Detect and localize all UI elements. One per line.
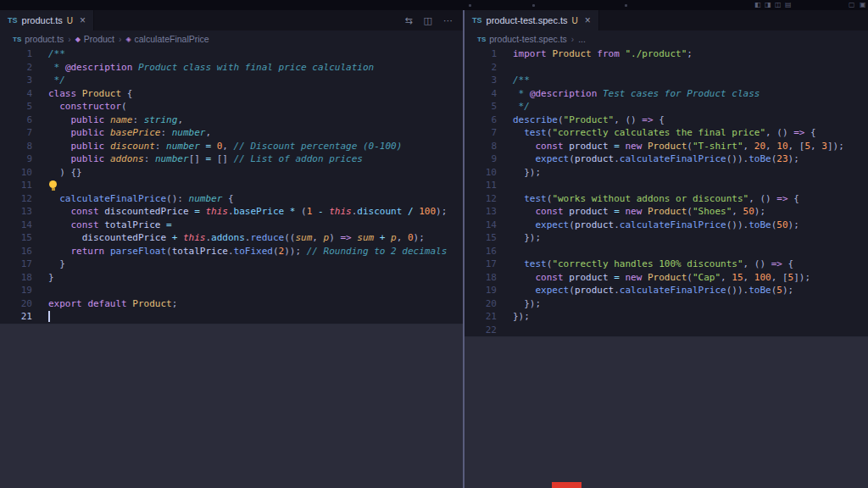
line-number: 17 bbox=[465, 258, 504, 271]
git-status-badge: U bbox=[572, 16, 578, 25]
line-number: 22 bbox=[465, 324, 504, 337]
line-number: 14 bbox=[0, 219, 39, 232]
code-line[interactable]: 20 }); bbox=[465, 297, 868, 311]
code-line[interactable]: 15 }); bbox=[465, 231, 868, 245]
line-number: 10 bbox=[0, 166, 39, 180]
code-text: } bbox=[39, 271, 54, 285]
line-number: 20 bbox=[0, 297, 39, 311]
code-line[interactable]: 16 return parseFloat(totalPrice.toFixed(… bbox=[0, 245, 463, 258]
breadcrumb-item[interactable]: TSproduct.ts bbox=[13, 34, 64, 44]
titlebar-icon[interactable]: ▤ bbox=[785, 1, 792, 8]
breadcrumb-item[interactable]: ... bbox=[578, 34, 586, 44]
tab-bar: TSproduct-test.spec.tsU× bbox=[465, 10, 868, 30]
code-area[interactable]: 1import Product from "./product";23/**4 … bbox=[465, 47, 868, 337]
titlebar-icon[interactable]: ◨ bbox=[765, 1, 771, 8]
more-actions-icon[interactable]: ⋯ bbox=[443, 15, 453, 26]
breadcrumb-label: calculateFinalPrice bbox=[135, 34, 209, 44]
artifact-dot bbox=[625, 4, 627, 7]
code-line[interactable]: 10 ) {} bbox=[0, 166, 463, 180]
code-line[interactable]: 8 public discount: number = 0, // Discou… bbox=[0, 140, 463, 153]
code-line[interactable]: 5 constructor( bbox=[0, 100, 463, 114]
code-text: test("correctly handles 100% discounts",… bbox=[504, 258, 793, 271]
code-line[interactable]: 2 * @description Product class with fina… bbox=[0, 61, 463, 75]
code-line[interactable]: 18 const product = new Product("Cap", 15… bbox=[465, 271, 868, 285]
code-area[interactable]: 1/**2 * @description Product class with … bbox=[0, 47, 463, 324]
line-number: 10 bbox=[465, 166, 504, 180]
code-text: public basePrice: number, bbox=[39, 126, 211, 140]
line-number: 12 bbox=[465, 192, 504, 206]
symbol-method-icon: ◈ bbox=[125, 36, 131, 43]
progress-bar-fragment bbox=[552, 482, 581, 488]
code-line[interactable]: 5 */ bbox=[465, 100, 868, 114]
breadcrumb-label: Product bbox=[84, 34, 114, 44]
breadcrumb: TSproduct-test.spec.ts›... bbox=[465, 30, 868, 47]
code-line[interactable]: 6 public name: string, bbox=[0, 114, 463, 127]
code-line[interactable]: 20export default Product; bbox=[0, 297, 463, 311]
code-text: export default Product; bbox=[39, 297, 177, 311]
line-number: 16 bbox=[0, 245, 39, 258]
code-line[interactable]: 11 bbox=[465, 179, 868, 192]
code-line[interactable]: 2 bbox=[465, 61, 868, 75]
code-line[interactable]: 3 */ bbox=[0, 74, 463, 87]
code-text: expect(product.calculateFinalPrice()).to… bbox=[504, 219, 799, 232]
line-number: 1 bbox=[0, 47, 39, 61]
code-line[interactable]: 15 discountedPrice + this.addons.reduce(… bbox=[0, 231, 463, 245]
code-line[interactable]: 9 expect(product.calculateFinalPrice()).… bbox=[465, 152, 868, 166]
titlebar-icon[interactable]: ▢ bbox=[849, 1, 855, 8]
code-line[interactable]: 14 const totalPrice = bbox=[0, 219, 463, 232]
code-line[interactable]: 22 bbox=[465, 324, 868, 337]
code-line[interactable]: 9 public addons: number[] = [] // List o… bbox=[0, 152, 463, 166]
code-line[interactable]: 17 } bbox=[0, 258, 463, 271]
git-status-badge: U bbox=[67, 16, 73, 25]
code-text bbox=[39, 284, 48, 297]
code-text: }); bbox=[504, 231, 541, 245]
breadcrumb-item[interactable]: ◆Product bbox=[75, 34, 114, 44]
editor-tab[interactable]: TSproduct.tsU× bbox=[0, 10, 94, 30]
titlebar-icon[interactable]: ▣ bbox=[860, 1, 866, 8]
code-line[interactable]: 21 bbox=[0, 310, 463, 324]
split-editor-icon[interactable]: ◫ bbox=[424, 15, 432, 26]
code-line[interactable]: 4class Product { bbox=[0, 87, 463, 101]
titlebar-icon[interactable]: ◫ bbox=[775, 1, 782, 8]
tab-close-icon[interactable]: × bbox=[80, 14, 86, 26]
line-number: 21 bbox=[465, 310, 504, 324]
code-line[interactable]: 1import Product from "./product"; bbox=[465, 47, 868, 61]
code-line[interactable]: 4 * @description Test cases for Product … bbox=[465, 87, 868, 101]
lightbulb-icon[interactable] bbox=[49, 180, 57, 188]
breadcrumb: TSproduct.ts›◆Product›◈calculateFinalPri… bbox=[0, 30, 463, 47]
tab-close-icon[interactable]: × bbox=[585, 14, 591, 26]
code-line[interactable]: 21}); bbox=[465, 310, 868, 324]
editor-tab[interactable]: TSproduct-test.spec.tsU× bbox=[465, 10, 599, 30]
line-number: 18 bbox=[465, 271, 504, 285]
code-line[interactable]: 8 const product = new Product("T-shirt",… bbox=[465, 140, 868, 153]
code-text: * @description Product class with final … bbox=[39, 61, 374, 75]
titlebar-icon[interactable]: ◧ bbox=[754, 1, 761, 8]
line-number: 8 bbox=[0, 140, 39, 153]
compare-changes-icon[interactable]: ⇆ bbox=[404, 15, 412, 26]
code-line[interactable]: 18} bbox=[0, 271, 463, 285]
editor-pane-left: TSproduct.tsU×⇆◫⋯TSproduct.ts›◆Product›◈… bbox=[0, 10, 463, 488]
code-line[interactable]: 7 public basePrice: number, bbox=[0, 126, 463, 140]
breadcrumb-item[interactable]: ◈calculateFinalPrice bbox=[125, 34, 209, 44]
code-line[interactable]: 19 bbox=[0, 284, 463, 297]
breadcrumb-label: product-test.spec.ts bbox=[489, 34, 567, 44]
line-number: 4 bbox=[465, 87, 504, 101]
code-line[interactable]: 7 test("correctly calculates the final p… bbox=[465, 126, 868, 140]
code-line[interactable]: 19 expect(product.calculateFinalPrice())… bbox=[465, 284, 868, 297]
code-line[interactable]: 17 test("correctly handles 100% discount… bbox=[465, 258, 868, 271]
code-text: const totalPrice = bbox=[39, 219, 172, 232]
breadcrumb-item[interactable]: TSproduct-test.spec.ts bbox=[477, 34, 567, 44]
code-line[interactable]: 14 expect(product.calculateFinalPrice())… bbox=[465, 219, 868, 232]
code-line[interactable]: 13 const discountedPrice = this.basePric… bbox=[0, 205, 463, 219]
code-line[interactable]: 10 }); bbox=[465, 166, 868, 180]
code-line[interactable]: 6describe("Product", () => { bbox=[465, 114, 868, 127]
code-line[interactable]: 1/** bbox=[0, 47, 463, 61]
code-line[interactable]: 12 calculateFinalPrice(): number { bbox=[0, 192, 463, 206]
code-line[interactable]: 16 bbox=[465, 245, 868, 258]
code-line[interactable]: 11 bbox=[0, 179, 463, 192]
code-line[interactable]: 12 test("works without addons or discoun… bbox=[465, 192, 868, 206]
code-line[interactable]: 13 const product = new Product("Shoes", … bbox=[465, 205, 868, 219]
editor-workspace: TSproduct.tsU×⇆◫⋯TSproduct.ts›◆Product›◈… bbox=[0, 10, 868, 488]
code-text: constructor( bbox=[39, 100, 127, 114]
code-line[interactable]: 3/** bbox=[465, 74, 868, 87]
